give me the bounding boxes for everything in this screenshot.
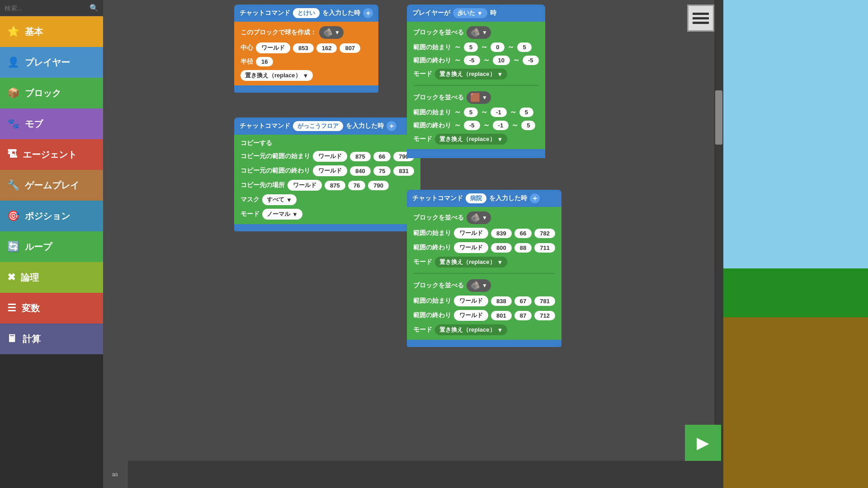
player-block1-selector[interactable]: 🪨 ▼	[467, 26, 491, 39]
chat-trigger-label3: チャットコマンド	[412, 194, 463, 202]
search-box[interactable]: 🔍	[0, 0, 103, 16]
coord-type-pill[interactable]: ワールド	[256, 42, 290, 53]
menu-line-2	[693, 17, 709, 19]
sidebar-label-variable: 変数	[22, 302, 40, 314]
p-end-z2[interactable]: 5	[521, 121, 535, 130]
p-end-x2[interactable]: -5	[464, 121, 480, 130]
h-s2y[interactable]: 67	[514, 296, 532, 306]
h-e2z[interactable]: 712	[534, 311, 555, 320]
y-value[interactable]: 162	[316, 43, 337, 53]
scroll-thumb[interactable]	[715, 90, 722, 145]
p-start-x1[interactable]: 5	[464, 42, 478, 52]
sidebar-item-gameplay[interactable]: 🔧 ゲームプレイ	[0, 170, 103, 201]
p-start-y2[interactable]: -1	[491, 108, 507, 117]
mask-dropdown[interactable]: すべて ▼	[262, 194, 297, 205]
h-e1y[interactable]: 88	[514, 243, 532, 253]
hospital-block2-selector[interactable]: 🪨 ▼	[467, 279, 491, 292]
player-block2-selector[interactable]: 🟫 ▼	[467, 91, 491, 104]
dest-y[interactable]: 76	[348, 181, 365, 190]
p-start-z2[interactable]: 5	[519, 108, 533, 117]
p-end-y2[interactable]: -1	[493, 121, 509, 130]
chat-header-toukei: チャットコマンド とけい を入力した時 ＋	[234, 5, 378, 22]
h-s1z[interactable]: 782	[534, 229, 555, 238]
p-end-x1[interactable]: -5	[464, 56, 480, 65]
p-start-y1[interactable]: 0	[491, 42, 505, 52]
h-e1x[interactable]: 800	[491, 243, 512, 253]
player-action-dropdown[interactable]: 歩いた ▼	[453, 8, 487, 18]
z-value[interactable]: 807	[340, 43, 360, 53]
mode-dropdown-gakkou[interactable]: ノーマル ▼	[262, 209, 302, 220]
add-button-toukei[interactable]: ＋	[363, 8, 373, 18]
hospital-block1-selector[interactable]: 🪨 ▼	[467, 211, 491, 224]
block-footer-gakkou	[234, 224, 420, 231]
chat-command-toukei[interactable]: とけい	[293, 8, 320, 18]
h-e2x[interactable]: 801	[491, 311, 512, 320]
chat-suffix-label: を入力した時	[322, 9, 360, 17]
dest-x[interactable]: 875	[325, 181, 345, 190]
src-start-y[interactable]: 66	[373, 152, 391, 161]
h-s1y[interactable]: 66	[514, 229, 532, 238]
src-end-label: コピー元の範囲の終わり	[241, 167, 310, 175]
hospital-mode1-dropdown[interactable]: 置き換え（replace） ▼	[435, 257, 507, 267]
x-value[interactable]: 853	[293, 43, 314, 53]
src-coord-type[interactable]: ワールド	[313, 151, 347, 162]
sidebar-item-calc[interactable]: 🖩 計算	[0, 324, 103, 354]
sidebar-item-loop[interactable]: 🔄 ループ	[0, 231, 103, 262]
dest-z[interactable]: 790	[368, 181, 389, 190]
center-row: 中心 ワールド 853 162 807	[241, 42, 372, 53]
h-coord-type4: ワールド	[454, 310, 488, 321]
p-start-x2[interactable]: 5	[464, 108, 478, 117]
player-range-end2: 範囲の終わり ～ -5 ～ -1 ～ 5	[413, 121, 539, 130]
h-coord-type2: ワールド	[454, 242, 488, 253]
radius-value[interactable]: 16	[256, 57, 273, 66]
player-mode2-dropdown[interactable]: 置き換え（replace） ▼	[435, 134, 507, 145]
add-button-hospital[interactable]: ＋	[530, 193, 540, 203]
sidebar-item-kihon[interactable]: ⭐ 基本	[0, 16, 103, 47]
sidebar-item-mob[interactable]: 🐾 モブ	[0, 108, 103, 139]
chat-command-gakkou[interactable]: がっこうフロア	[293, 121, 343, 131]
mob-icon: 🐾	[7, 118, 19, 130]
h-e2y[interactable]: 87	[514, 311, 532, 320]
dest-coord-type[interactable]: ワールド	[288, 180, 322, 191]
h-s2z[interactable]: 781	[534, 296, 555, 306]
h-mode2-label: モード	[413, 326, 432, 334]
h-e1z[interactable]: 711	[534, 243, 555, 253]
menu-button[interactable]	[687, 5, 714, 32]
h-s2x[interactable]: 838	[491, 296, 512, 306]
chat-trigger-label2: チャットコマンド	[240, 122, 290, 130]
hospital-mode2-dropdown[interactable]: 置き換え（replace） ▼	[435, 324, 507, 335]
src-end-coord-type[interactable]: ワールド	[313, 165, 347, 176]
add-button-gakkou[interactable]: ＋	[387, 121, 396, 131]
p-start-z1[interactable]: 5	[517, 42, 531, 52]
player-mode1-dropdown[interactable]: 置き換え（replace） ▼	[435, 69, 507, 80]
src-end-x[interactable]: 840	[350, 166, 371, 176]
hospital-block1-label-row: ブロックを並べる 🪨 ▼	[413, 211, 555, 224]
player-block2-label: ブロックを並べる	[413, 94, 464, 102]
replace-dropdown[interactable]: 置き換え（replace） ▼	[241, 70, 313, 81]
run-button[interactable]: ▶	[685, 425, 721, 461]
sidebar-item-logic[interactable]: ✖ 論理	[0, 262, 103, 293]
search-input[interactable]	[5, 5, 90, 12]
block-body-gakkou: コピーする コピー元の範囲の始まり ワールド 875 66 790 コピー元の範…	[234, 135, 420, 224]
sidebar-item-agent[interactable]: 🏗 エージェント	[0, 139, 103, 170]
sidebar-item-position[interactable]: 🎯 ポジション	[0, 201, 103, 231]
hospital-block1-label: ブロックを並べる	[413, 214, 464, 222]
menu-line-3	[693, 22, 709, 24]
hospital-block2-label-row: ブロックを並べる 🪨 ▼	[413, 279, 555, 292]
src-start-x[interactable]: 875	[350, 152, 371, 161]
h-s1x[interactable]: 839	[491, 229, 512, 238]
sidebar-item-block[interactable]: 📦 ブロック	[0, 78, 103, 108]
block-type-selector[interactable]: 🪨 ▼	[319, 26, 344, 39]
src-end-z[interactable]: 831	[393, 166, 414, 176]
src-end-y[interactable]: 75	[373, 166, 391, 176]
chat-block-gakkou: チャットコマンド がっこうフロア を入力した時 ＋ コピーする コピー元の範囲の…	[234, 117, 420, 231]
tab-as[interactable]: as	[103, 461, 127, 488]
scroll-track[interactable]	[714, 0, 723, 488]
sidebar-item-variable[interactable]: ☰ 変数	[0, 293, 103, 324]
p-end-z1[interactable]: -5	[523, 56, 539, 65]
sidebar-label-gameplay: ゲームプレイ	[25, 179, 79, 192]
p-end-y1[interactable]: 10	[493, 56, 510, 65]
sidebar-item-player[interactable]: 👤 プレイヤー	[0, 47, 103, 78]
h-mode2-value: 置き換え（replace）	[439, 326, 495, 334]
chat-command-hospital[interactable]: 病院	[466, 193, 486, 203]
